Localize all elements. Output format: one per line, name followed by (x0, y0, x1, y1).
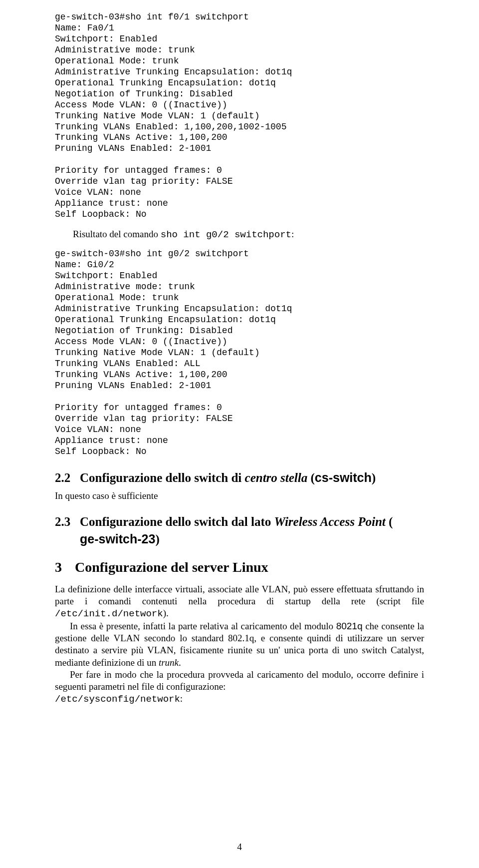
heading-text: ( (307, 471, 315, 484)
heading-text: ( (386, 515, 393, 528)
heading-2-2: 2.2Configurazione dello switch di centro… (55, 469, 424, 486)
section-number: 2.3 (55, 514, 80, 530)
heading-2-3: 2.3Configurazione dello switch dal lato … (55, 514, 424, 547)
heading-sans: cs-switch (315, 470, 372, 484)
heading-3: 3Configurazione del server Linux (55, 558, 424, 576)
code-block-2: ge-switch-03#sho int g0/2 switchport Nam… (55, 249, 424, 457)
page-number: 4 (0, 841, 479, 853)
paragraph-3a: La definizione delle interfacce virtuali… (55, 583, 424, 620)
heading-text: ) (155, 532, 159, 546)
heading-sans: ge-switch-23) (80, 531, 424, 547)
paragraph-3c: Per fare in modo che la procedura provve… (55, 669, 424, 693)
paragraph-2-2: In questo caso è sufficiente (55, 490, 424, 502)
paragraph-result-command: Risultato del comando sho int g0/2 switc… (55, 228, 424, 241)
section-number: 2.2 (55, 470, 80, 486)
paragraph-3b: In essa è presente, infatti la parte rel… (55, 620, 424, 669)
heading-italic: centro stella (245, 471, 308, 484)
inline-sans: 8021q (336, 621, 363, 631)
text: La definizione delle interfacce virtuali… (55, 584, 424, 606)
text: In essa è presente, infatti la parte rel… (70, 621, 336, 631)
inline-italic: trunk (159, 657, 179, 668)
code-block-1: ge-switch-03#sho int f0/1 switchport Nam… (55, 12, 424, 220)
heading-text: Configurazione del server Linux (75, 559, 268, 575)
inline-code: /etc/sysconfig/network (55, 694, 180, 705)
heading-text: Configurazione dello switch dal lato (80, 515, 274, 528)
inline-code: sho int g0/2 switchport (161, 229, 291, 240)
inline-code: /etc/init.d/network (55, 608, 163, 619)
heading-sans-text: ge-switch-23 (80, 532, 155, 546)
text: : (180, 693, 183, 704)
document-page: ge-switch-03#sho int f0/1 switchport Nam… (0, 0, 479, 868)
heading-text: Configurazione dello switch di (80, 471, 245, 484)
text: . (179, 657, 181, 668)
text: ). (163, 608, 169, 618)
section-number: 3 (55, 558, 75, 576)
heading-italic: Wireless Access Point (274, 515, 386, 528)
text: : (291, 229, 294, 239)
paragraph-3d: /etc/sysconfig/network: (55, 693, 424, 705)
text: Risultato del comando (73, 229, 161, 239)
heading-text: ) (372, 471, 376, 484)
